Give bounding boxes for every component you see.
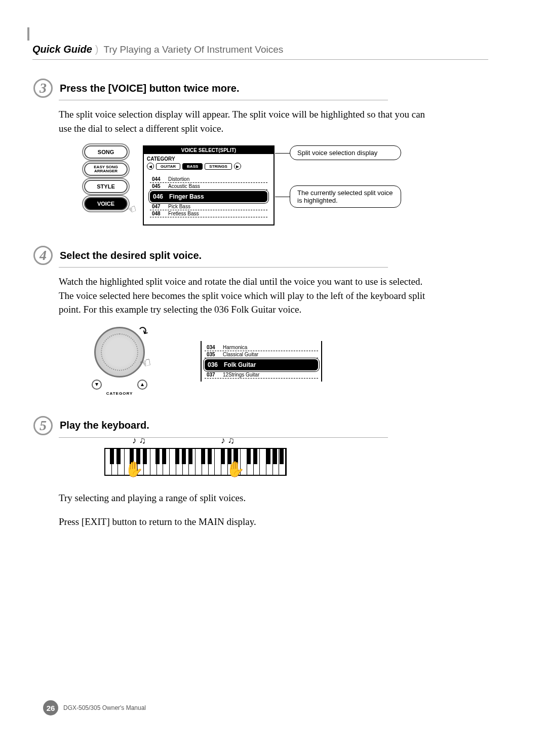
- dial-control: ↷ ☜ ▾ ▴ CATEGORY: [84, 327, 155, 396]
- rotation-arrow-icon: ↷: [135, 323, 151, 340]
- dial-category-buttons: ▾ ▴: [92, 380, 147, 390]
- voice-item: 048Fretless Bass: [150, 210, 267, 217]
- lcd-voice-list-mini: 034Harmonica 035Classical Guitar 036Folk…: [201, 341, 322, 382]
- dial-category-label: CATEGORY: [84, 391, 155, 396]
- page-footer: 26 DGX-505/305 Owner's Manual: [43, 700, 146, 715]
- category-tab-strings: STRINGS: [205, 163, 232, 170]
- hardware-buttons-panel: SONG EASY SONG ARRANGER STYLE VOICE ☜: [84, 145, 128, 210]
- category-tab-guitar: GUITAR: [156, 163, 180, 170]
- callout-highlighted-voice: The currently selected split voice is hi…: [290, 185, 401, 208]
- step-4: 4 Select the desired split voice. Watch …: [59, 246, 434, 396]
- voice-item: 045Acoustic Bass: [150, 183, 267, 190]
- step-5-heading: 5 Play the keyboard.: [59, 416, 388, 438]
- music-notes-icon: ♪ ♫: [221, 435, 235, 446]
- step-3-number-badge: 3: [33, 79, 53, 98]
- song-button: SONG: [84, 145, 128, 159]
- keyboard-figure: ♪ ♫ ♪ ♫ ✋ ✋: [104, 448, 434, 476]
- step-3-heading: 3 Press the [VOICE] button twice more.: [59, 79, 388, 100]
- category-left-icon: ◄: [147, 163, 154, 170]
- page-number: 26: [43, 700, 58, 715]
- step-3-title: Press the [VOICE] button twice more.: [60, 83, 240, 94]
- easy-song-arranger-button: EASY SONG ARRANGER: [84, 163, 128, 176]
- lcd-category-tabs: ◄ GUITAR BASS STRINGS ►: [144, 162, 274, 171]
- voice-item: 03712Strings Guitar: [205, 371, 318, 379]
- step-5-title: Play the keyboard.: [60, 420, 149, 431]
- lcd-category-label: CATEGORY: [144, 154, 274, 162]
- step-5-number-badge: 5: [33, 416, 53, 435]
- voice-item-selected: 036Folk Guitar: [205, 359, 318, 370]
- header-accent: [27, 27, 29, 41]
- voice-item: 044Distortion: [150, 176, 267, 183]
- playing-hand-icon: ✋: [226, 460, 245, 478]
- step-4-figure: ↷ ☜ ▾ ▴ CATEGORY 034Harmonica 035Classic…: [84, 327, 434, 396]
- step-5-line2: Press [EXIT] button to return to the MAI…: [59, 515, 434, 529]
- step-4-body: Watch the highlighted split voice and ro…: [59, 275, 434, 317]
- callout-split-display: Split voice selection display: [290, 145, 401, 160]
- pointing-hand-icon: ☜: [137, 354, 152, 372]
- dial-wheel: ↷ ☜: [94, 327, 145, 377]
- step-4-number-badge: 4: [33, 246, 53, 265]
- content-area: 3 Press the [VOICE] button twice more. T…: [59, 79, 434, 549]
- step-5-line1: Try selecting and playing a range of spl…: [59, 491, 434, 505]
- step-4-title: Select the desired split voice.: [60, 250, 202, 261]
- step-3-figure: SONG EASY SONG ARRANGER STYLE VOICE ☜ VO…: [84, 145, 434, 225]
- step-5: 5 Play the keyboard. ♪ ♫ ♪ ♫: [59, 416, 434, 529]
- step-3: 3 Press the [VOICE] button twice more. T…: [59, 79, 434, 225]
- voice-item: 047Pick Bass: [150, 203, 267, 210]
- voice-item: 035Classical Guitar: [205, 351, 318, 358]
- voice-item-selected: 046Finger Bass: [150, 191, 267, 202]
- category-tab-bass: BASS: [182, 163, 203, 170]
- quick-guide-label: Quick Guide: [32, 44, 98, 55]
- callout-column: Split voice selection display The curren…: [290, 145, 401, 208]
- page-header: Quick Guide Try Playing a Variety Of Ins…: [32, 44, 488, 60]
- pointing-hand-icon: ☜: [125, 202, 139, 217]
- category-up-icon: ▴: [137, 380, 147, 390]
- voice-item: 034Harmonica: [205, 344, 318, 351]
- step-3-body: The split voice selection display will a…: [59, 107, 434, 135]
- category-down-icon: ▾: [92, 380, 102, 390]
- lcd-voice-list: 044Distortion 045Acoustic Bass 046Finger…: [144, 171, 274, 224]
- manual-page: Quick Guide Try Playing a Variety Of Ins…: [0, 0, 547, 756]
- header-subtitle: Try Playing a Variety Of Instrument Voic…: [103, 44, 283, 55]
- lcd-title: VOICE SELECT(SPLIT): [144, 146, 274, 154]
- lcd-voice-select: VOICE SELECT(SPLIT) CATEGORY ◄ GUITAR BA…: [143, 145, 275, 225]
- voice-button: VOICE: [84, 197, 128, 210]
- music-notes-icon: ♪ ♫: [132, 435, 146, 446]
- playing-hand-icon: ✋: [125, 460, 143, 478]
- category-right-icon: ►: [234, 163, 241, 170]
- step-4-heading: 4 Select the desired split voice.: [59, 246, 388, 268]
- style-button: STYLE: [84, 180, 128, 193]
- footer-manual-title: DGX-505/305 Owner's Manual: [63, 704, 146, 711]
